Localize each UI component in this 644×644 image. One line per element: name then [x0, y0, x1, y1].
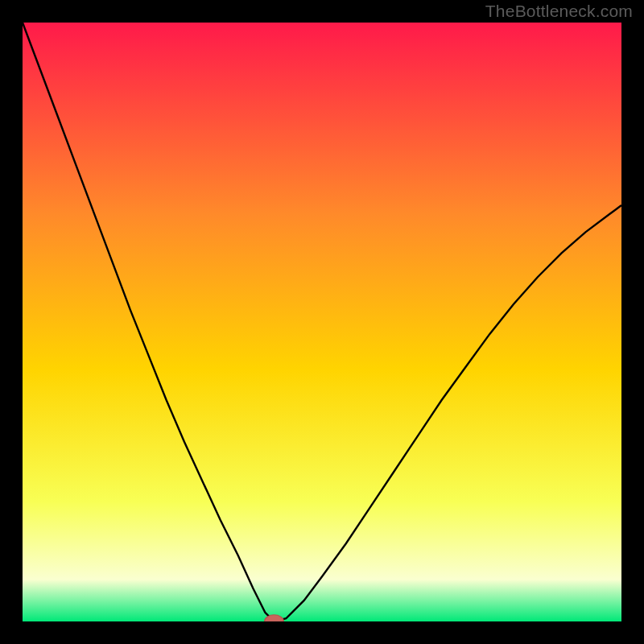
chart-svg — [23, 23, 621, 621]
plot-area — [23, 23, 621, 621]
gradient-background — [23, 23, 621, 621]
watermark-text: TheBottleneck.com — [485, 2, 633, 21]
chart-frame: TheBottleneck.com — [0, 0, 644, 644]
